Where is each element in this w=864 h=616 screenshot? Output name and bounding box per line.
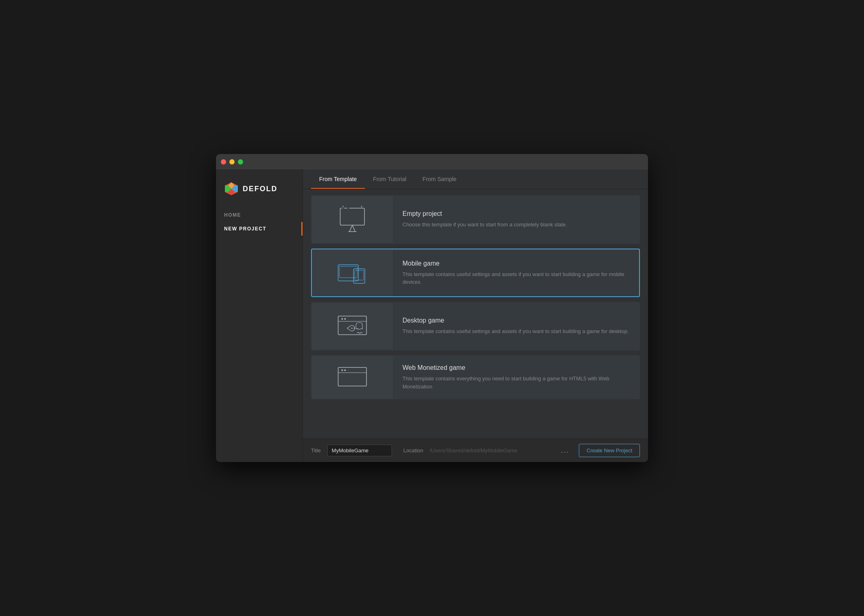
template-name-desktop: Desktop game [402,317,629,324]
sidebar-item-new-project[interactable]: NEW PROJECT [216,222,303,236]
template-card-desktop[interactable]: Desktop game This template contains usef… [311,302,640,350]
template-desc-desktop: This template contains useful settings a… [402,327,629,335]
svg-rect-5 [340,208,364,225]
easel-icon [334,203,371,236]
main-window: DEFOLD HOME NEW PROJECT From Template Fr… [216,154,648,462]
mobile-icon [334,257,371,289]
traffic-lights [221,159,243,165]
tab-from-template[interactable]: From Template [311,169,365,189]
nav-items: HOME NEW PROJECT [216,208,303,236]
logo-area: DEFOLD [216,177,303,208]
bottom-bar: Title Location /Users/Shared/defold/MyMo… [303,439,648,462]
titlebar [216,154,648,169]
tab-from-sample[interactable]: From Sample [415,169,465,189]
template-desc-empty: Choose this template if you want to star… [402,221,567,229]
content-area: From Template From Tutorial From Sample [303,169,648,462]
defold-logo-icon [224,181,239,196]
template-icon-desktop [312,303,393,350]
sidebar-item-home[interactable]: HOME [216,208,303,222]
template-card-web[interactable]: Web Monetized game This template contain… [311,355,640,399]
svg-point-18 [341,318,343,320]
svg-point-21 [352,328,353,329]
create-project-button[interactable]: Create New Project [579,444,640,457]
template-icon-web [312,356,393,399]
close-button[interactable] [221,159,226,165]
template-desc-web: This template contains everything you ne… [402,375,629,390]
svg-point-9 [347,207,349,210]
tabs-bar: From Template From Tutorial From Sample [303,169,648,189]
svg-point-22 [354,328,355,329]
logo-text: DEFOLD [243,185,277,193]
template-card-mobile[interactable]: Mobile game This template contains usefu… [311,249,640,297]
location-path: /Users/Shared/defold/MyMobileGame [430,447,551,454]
template-icon-empty [312,196,393,243]
tab-from-tutorial[interactable]: From Tutorial [365,169,414,189]
templates-list: Empty project Choose this template if yo… [303,189,648,439]
template-icon-mobile [312,249,393,296]
svg-point-24 [341,369,343,371]
svg-point-8 [342,207,344,210]
web-icon [334,361,371,394]
desktop-icon [334,310,371,342]
location-label: Location [403,447,423,454]
svg-point-25 [344,369,346,371]
template-card-empty[interactable]: Empty project Choose this template if yo… [311,195,640,244]
maximize-button[interactable] [238,159,243,165]
svg-rect-14 [339,266,357,278]
minimize-button[interactable] [229,159,235,165]
template-desc-mobile: This template contains useful settings a… [402,270,629,286]
main-layout: DEFOLD HOME NEW PROJECT From Template Fr… [216,169,648,462]
svg-rect-13 [338,265,358,281]
template-info-empty: Empty project Choose this template if yo… [393,196,577,243]
template-name-empty: Empty project [402,210,567,217]
template-info-desktop: Desktop game This template contains usef… [393,303,638,350]
sidebar: DEFOLD HOME NEW PROJECT [216,169,303,462]
svg-line-11 [352,225,355,232]
location-browse-button[interactable]: ... [557,445,572,456]
title-label: Title [311,447,321,454]
template-name-web: Web Monetized game [402,364,629,371]
template-info-mobile: Mobile game This template contains usefu… [393,249,639,296]
svg-line-10 [349,225,352,232]
svg-rect-16 [355,270,364,280]
svg-point-19 [344,318,346,320]
template-info-web: Web Monetized game This template contain… [393,356,639,399]
template-name-mobile: Mobile game [402,260,629,267]
title-input[interactable] [327,445,392,456]
